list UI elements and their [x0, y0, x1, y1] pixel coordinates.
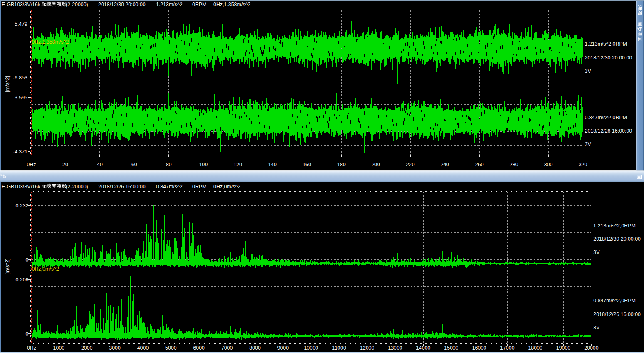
- svg-text:260: 260: [475, 162, 484, 168]
- svg-text:16000: 16000: [472, 345, 487, 351]
- svg-text:13000: 13000: [388, 345, 403, 351]
- svg-text:12000: 12000: [360, 345, 374, 351]
- svg-text:300: 300: [544, 162, 553, 168]
- svg-text:2018/12/30 20:00:00: 2018/12/30 20:00:00: [585, 55, 632, 61]
- svg-text:0Hz,1.358m/s^2: 0Hz,1.358m/s^2: [32, 39, 69, 45]
- svg-text:0Hz,0m/s^2: 0Hz,0m/s^2: [32, 266, 59, 272]
- svg-text:3V: 3V: [593, 325, 600, 331]
- svg-text:5000: 5000: [165, 345, 177, 351]
- svg-text:4000: 4000: [137, 345, 149, 351]
- svg-text:3000: 3000: [109, 345, 121, 351]
- svg-text:5.479: 5.479: [15, 21, 27, 27]
- svg-text:220: 220: [406, 162, 415, 168]
- svg-text:0.847m/s^2,0RPM: 0.847m/s^2,0RPM: [593, 298, 636, 304]
- svg-text:40: 40: [97, 162, 103, 168]
- svg-text:0Hz: 0Hz: [27, 162, 36, 168]
- svg-text:14000: 14000: [416, 345, 431, 351]
- svg-text:0Hz,0m/s^2: 0Hz,0m/s^2: [213, 184, 240, 190]
- svg-text:-6.853: -6.853: [13, 75, 27, 81]
- svg-text:200: 200: [372, 162, 380, 168]
- svg-text:17000: 17000: [500, 345, 515, 351]
- svg-text:0Hz: 0Hz: [27, 345, 36, 351]
- svg-text:0RPM: 0RPM: [192, 184, 206, 190]
- svg-text:0: 0: [26, 331, 29, 337]
- svg-text:3V: 3V: [593, 249, 600, 255]
- svg-text:2000: 2000: [81, 345, 93, 351]
- svg-text:2018/12/26 16:00:00: 2018/12/26 16:00:00: [593, 311, 641, 317]
- svg-text:0Hz,1.358m/s^2: 0Hz,1.358m/s^2: [213, 2, 250, 7]
- svg-text:100: 100: [199, 162, 208, 168]
- svg-text:2018/12/26 16:00:00: 2018/12/26 16:00:00: [98, 184, 146, 190]
- svg-text:240: 240: [441, 162, 449, 168]
- svg-text:E-GB103\3V\16k: E-GB103\3V\16k: [2, 184, 41, 190]
- svg-text:3.595: 3.595: [15, 95, 27, 101]
- svg-text:19000: 19000: [556, 345, 571, 351]
- svg-text:0.847m/s^2,0RPM: 0.847m/s^2,0RPM: [585, 115, 627, 121]
- svg-text:0.206: 0.206: [15, 277, 28, 283]
- svg-text:80: 80: [166, 162, 172, 168]
- svg-text:0RPM: 0RPM: [192, 2, 206, 7]
- svg-text:11000: 11000: [332, 345, 346, 351]
- svg-text:3V: 3V: [585, 141, 592, 147]
- svg-text:-4.371: -4.371: [13, 149, 27, 155]
- svg-text:15000: 15000: [444, 345, 458, 351]
- svg-text:0.847m/s^2: 0.847m/s^2: [156, 184, 183, 190]
- svg-text:8000: 8000: [249, 345, 261, 351]
- svg-text:20000: 20000: [584, 345, 599, 351]
- svg-text:280: 280: [510, 162, 518, 168]
- svg-text:2018/12/30 20:00:00: 2018/12/30 20:00:00: [593, 236, 641, 242]
- svg-text:7000: 7000: [221, 345, 233, 351]
- svg-text:1.213m/s^2,0RPM: 1.213m/s^2,0RPM: [585, 41, 627, 47]
- svg-text:(2-20000): (2-20000): [66, 2, 88, 7]
- svg-text:0: 0: [26, 257, 29, 263]
- svg-text:160: 160: [302, 162, 311, 168]
- svg-text:2018/12/30 20:00:00: 2018/12/30 20:00:00: [98, 2, 146, 7]
- svg-text:3V: 3V: [585, 68, 592, 74]
- svg-text:9000: 9000: [277, 345, 289, 351]
- svg-text:[m/s^2]: [m/s^2]: [5, 259, 10, 275]
- svg-text:180: 180: [337, 162, 346, 168]
- svg-text:6000: 6000: [193, 345, 205, 351]
- svg-text:320: 320: [579, 162, 587, 168]
- svg-text:140: 140: [268, 162, 277, 168]
- svg-text:1.213m/s^2,0RPM: 1.213m/s^2,0RPM: [593, 223, 636, 229]
- svg-text:0.232: 0.232: [15, 203, 28, 209]
- svg-text:2018/12/26 16:00:00: 2018/12/26 16:00:00: [585, 128, 632, 134]
- svg-text:E-GB103\3V\16k: E-GB103\3V\16k: [2, 2, 41, 7]
- svg-text:10000: 10000: [304, 345, 318, 351]
- svg-text:120: 120: [233, 162, 242, 168]
- svg-text:(2-20000): (2-20000): [66, 184, 88, 190]
- svg-text:1000: 1000: [53, 345, 65, 351]
- svg-text:18000: 18000: [528, 345, 542, 351]
- svg-text:1.213m/s^2: 1.213m/s^2: [156, 2, 183, 7]
- svg-text:60: 60: [131, 162, 137, 168]
- svg-text:20: 20: [62, 162, 68, 168]
- svg-text:[m/s^2]: [m/s^2]: [5, 76, 10, 92]
